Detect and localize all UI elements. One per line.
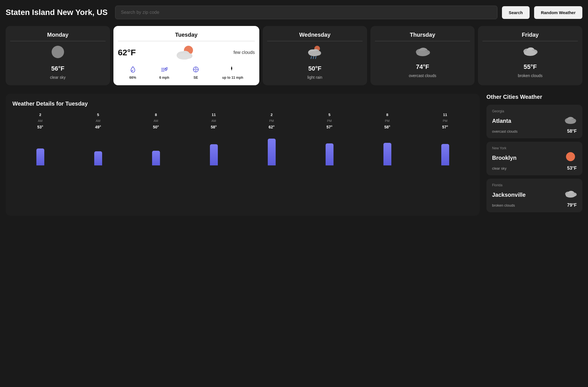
svg-point-20 xyxy=(231,70,232,70)
day-temp-thursday: 74°F xyxy=(416,63,429,71)
hour-col-1: 5 AM 49° xyxy=(70,113,126,165)
cities-list: Georgia Atlanta overcast clouds 58°F New… xyxy=(486,105,582,212)
divider xyxy=(375,41,470,41)
city-card-1[interactable]: New York Brooklyn clear sky 53°F xyxy=(486,142,582,175)
hour-temp: 58° xyxy=(384,125,390,129)
bar-container xyxy=(210,132,218,165)
day-name-thursday: Thursday xyxy=(410,32,435,38)
hour-col-4: 2 PM 62° xyxy=(244,113,299,165)
hour-temp: 57° xyxy=(326,125,332,129)
svg-point-36 xyxy=(524,50,536,56)
hourly-grid: 2 AM 53° 5 AM 49° 8 AM 50° 11 AM 58° 2 P… xyxy=(12,113,473,165)
hourly-title: Weather Details for Tuesday xyxy=(12,100,473,107)
hour-label: 8 xyxy=(155,113,157,117)
hour-col-0: 2 AM 53° xyxy=(12,113,68,165)
svg-point-25 xyxy=(309,51,320,56)
location-title: Staten Island New York, US xyxy=(6,8,108,17)
svg-line-28 xyxy=(315,56,316,59)
cities-section: Other Cities Weather Georgia Atlanta ove… xyxy=(486,94,582,216)
day-temp-wednesday: 50°F xyxy=(308,65,322,72)
cities-title: Other Cities Weather xyxy=(486,94,582,100)
hour-col-2: 8 AM 50° xyxy=(128,113,184,165)
day-desc-thursday: overcast clouds xyxy=(409,73,436,78)
day-card-thursday[interactable]: Thursday 74°F overcast clouds xyxy=(370,26,475,85)
city-name: Atlanta xyxy=(492,118,511,124)
bar-container xyxy=(383,132,391,165)
city-desc-row: broken clouds 79°F xyxy=(492,203,577,208)
hour-temp: 57° xyxy=(442,125,448,129)
random-weather-button[interactable]: Random Weather xyxy=(534,6,582,19)
hour-period: PM xyxy=(327,119,332,123)
day-card-tuesday[interactable]: Tuesday 62°F few clouds 66% xyxy=(113,26,259,85)
day-card-monday[interactable]: Monday 56°F clear sky xyxy=(6,26,110,85)
city-desc: overcast clouds xyxy=(492,129,517,134)
gust-value: up to 11 mph xyxy=(222,76,243,80)
day-card-wednesday[interactable]: Wednesday 50°F light rain xyxy=(263,26,367,85)
wind-speed-detail: 6 mph xyxy=(159,66,169,80)
gust-detail: up to 11 mph xyxy=(222,66,243,80)
day-name-wednesday: Wednesday xyxy=(299,32,331,38)
hour-col-7: 11 PM 57° xyxy=(417,113,473,165)
day-card-friday[interactable]: Friday 55°F broken clouds xyxy=(478,26,582,85)
hour-period: PM xyxy=(269,119,274,123)
hour-period: AM xyxy=(211,119,216,123)
search-button[interactable]: Search xyxy=(502,6,530,19)
search-input[interactable] xyxy=(115,6,497,19)
day-temp-friday: 55°F xyxy=(524,63,537,71)
svg-point-12 xyxy=(195,69,197,70)
day-desc-wednesday: light rain xyxy=(307,75,322,80)
bar-container xyxy=(326,132,334,165)
active-details: 66% 6 mph SE up to 11 mph xyxy=(118,66,255,80)
humidity-icon xyxy=(130,66,136,75)
divider xyxy=(267,41,363,41)
active-desc: few clouds xyxy=(234,50,255,55)
city-card-0[interactable]: Georgia Atlanta overcast clouds 58°F xyxy=(486,105,582,138)
weather-icon-monday xyxy=(50,44,66,62)
city-row: Jacksonville xyxy=(492,188,577,202)
hour-label: 11 xyxy=(212,113,216,117)
city-desc: clear sky xyxy=(492,166,506,170)
temp-bar xyxy=(210,144,218,165)
svg-point-40 xyxy=(565,119,576,124)
city-desc: broken clouds xyxy=(492,203,515,207)
bar-container xyxy=(152,132,160,165)
hour-label: 5 xyxy=(97,113,99,117)
svg-point-5 xyxy=(177,53,191,60)
day-desc-friday: broken clouds xyxy=(518,73,543,78)
city-row: Brooklyn xyxy=(492,151,577,165)
svg-point-41 xyxy=(566,152,575,161)
hour-temp: 53° xyxy=(37,125,43,129)
day-desc-monday: clear sky xyxy=(50,75,65,80)
wind-speed-icon xyxy=(161,66,168,75)
city-state: Florida xyxy=(492,183,577,187)
wind-dir-value: SE xyxy=(194,76,198,80)
bar-container xyxy=(36,132,44,165)
bar-container xyxy=(441,132,449,165)
temp-bar xyxy=(326,143,334,165)
hour-label: 2 xyxy=(39,113,41,117)
hour-label: 11 xyxy=(443,113,447,117)
header: Staten Island New York, US Search Random… xyxy=(6,6,582,19)
svg-rect-18 xyxy=(231,67,232,69)
wind-dir-icon xyxy=(192,66,199,75)
temp-bar xyxy=(94,151,102,165)
city-card-2[interactable]: Florida Jacksonville broken clouds 79°F xyxy=(486,179,582,212)
hour-temp: 49° xyxy=(95,125,101,129)
wind-speed-value: 6 mph xyxy=(159,76,169,80)
hour-col-6: 8 PM 58° xyxy=(359,113,415,165)
city-desc-row: overcast clouds 58°F xyxy=(492,129,577,134)
bar-container xyxy=(268,132,276,165)
hourly-section: Weather Details for Tuesday 2 AM 53° 5 A… xyxy=(6,94,480,216)
days-row: Monday 56°F clear sky Tuesday 62°F few c… xyxy=(6,26,582,85)
temp-bar xyxy=(383,143,391,165)
hour-label: 5 xyxy=(328,113,330,117)
active-main: 62°F few clouds xyxy=(118,44,255,61)
hour-period: AM xyxy=(96,119,100,123)
hour-temp: 58° xyxy=(211,125,217,129)
bottom-section: Weather Details for Tuesday 2 AM 53° 5 A… xyxy=(6,94,582,216)
weather-icon-wednesday xyxy=(306,44,323,62)
city-weather-icon xyxy=(564,188,577,202)
hour-col-3: 11 AM 58° xyxy=(186,113,242,165)
city-temp: 53°F xyxy=(567,166,577,171)
divider xyxy=(482,41,578,41)
